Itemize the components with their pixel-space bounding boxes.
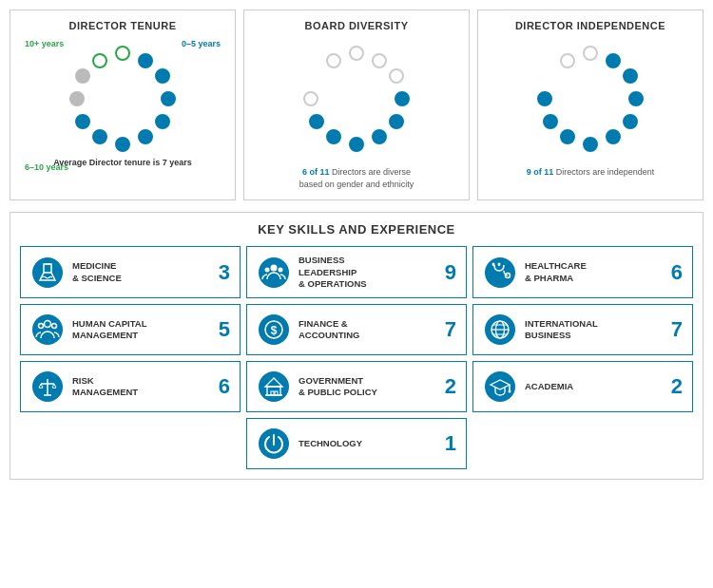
board-diversity-panel: BOARD DIVERSITY 6 of 11 Director [243,9,470,200]
tenure-dot-6 [139,130,152,143]
svg-point-12 [32,314,63,345]
healthcare-pharma-count: 6 [671,260,683,285]
tenure-label-top-right: 0–5 years [182,39,221,48]
div-dot-1 [350,47,363,60]
svg-point-4 [265,267,270,272]
diversity-highlight: 6 of 11 [302,167,330,177]
div-dot-10 [304,92,318,105]
tenure-dot-1 [116,47,129,60]
power-icon [257,427,291,461]
skill-technology: TECHNOLOGY 1 [246,418,467,469]
ind-dot-9 [544,115,557,128]
tenure-dot-10 [70,92,84,105]
ind-dot-7 [584,138,597,151]
div-dot-3 [390,69,403,83]
human-capital-label: HUMAN CAPITAL MANAGEMENT [72,318,211,342]
people-icon [257,256,291,290]
skill-empty-1 [20,418,241,469]
main-container: DIRECTOR TENURE [0,0,713,489]
skill-medicine-science: MEDICINE & SCIENCE 3 [20,246,241,298]
graduation-icon [483,370,517,404]
human-capital-count: 5 [219,317,230,342]
healthcare-pharma-label: HEALTHCARE & PHARMA [525,260,664,284]
tenure-svg [61,37,184,161]
globe-icon [483,313,517,347]
skills-section-title: KEY SKILLS AND EXPERIENCE [20,222,693,237]
business-leadership-label: BUSINESS LEADERSHIP & OPERATIONS [299,255,437,290]
tenure-label-top-left: 10+ years [25,39,64,48]
risk-management-count: 6 [219,374,230,399]
tenure-circle-chart [61,37,184,161]
ind-dot-8 [561,130,574,143]
div-dot-9 [310,115,323,128]
tenure-dot-4 [162,92,175,105]
svg-point-35 [485,371,515,402]
ind-dot-3 [624,69,637,83]
tenure-dot-2 [139,54,152,67]
ind-dot-10 [538,92,551,105]
skill-academia: ACADEMIA 2 [472,361,693,412]
ind-dot-4 [629,92,643,105]
finance-accounting-label: FINANCE & ACCOUNTING [299,318,437,342]
svg-point-10 [492,262,495,265]
tenure-dot-7 [116,138,129,151]
technology-count: 1 [445,431,456,456]
skill-finance-accounting: $ FINANCE & ACCOUNTING 7 [246,304,467,355]
svg-point-5 [279,267,283,272]
svg-point-38 [509,390,511,393]
business-leadership-count: 9 [445,260,456,285]
tenure-dot-3 [156,69,169,83]
academia-label: ACADEMIA [525,381,664,392]
finance-accounting-count: 7 [445,317,456,342]
flask-icon [30,256,65,290]
tenure-dot-8 [93,130,106,143]
independence-svg [529,37,652,161]
director-tenure-panel: DIRECTOR TENURE [10,9,236,200]
diversity-summary: 6 of 11 Directors are diversebased on ge… [254,166,459,190]
svg-point-11 [498,262,501,265]
skill-risk-management: RISK MANAGEMENT 6 [20,361,241,412]
tenure-dot-9 [76,115,89,128]
skills-grid: MEDICINE & SCIENCE 3 BUSINESS L [20,246,693,469]
skill-empty-2 [472,418,693,469]
academia-count: 2 [671,374,683,399]
international-business-label: INTERNATIONAL BUSINESS [525,318,664,342]
risk-management-label: RISK MANAGEMENT [72,375,211,399]
stethoscope-icon [483,256,517,290]
skill-international-business: INTERNATIONAL BUSINESS 7 [472,304,693,355]
skill-healthcare-pharma: HEALTHCARE & PHARMA 6 [472,246,693,298]
tenure-dot-5 [156,115,169,128]
div-dot-8 [327,130,340,143]
skill-human-capital: HUMAN CAPITAL MANAGEMENT 5 [20,304,241,355]
independence-text: Directors are independent [553,167,654,177]
government-policy-count: 2 [445,374,456,399]
diversity-circle-chart [295,37,418,161]
ind-dot-5 [624,115,637,128]
medicine-science-count: 3 [219,260,230,285]
independence-circle-chart [529,37,652,161]
scale-icon [30,370,65,404]
ind-dot-2 [607,54,620,67]
div-dot-6 [373,130,386,143]
board-diversity-title: BOARD DIVERSITY [254,20,459,31]
svg-point-6 [485,257,515,288]
ind-dot-1 [584,47,597,60]
group-icon [30,313,65,347]
tenure-dot-0 [93,54,106,67]
div-dot-2 [373,54,386,67]
tenure-dot-11 [76,69,89,83]
dollar-icon: $ [257,313,291,347]
director-independence-panel: DIRECTOR INDEPENDENCE 9 of 11 D [477,9,703,200]
div-dot-5 [390,115,403,128]
international-business-count: 7 [671,317,683,342]
bottom-section: KEY SKILLS AND EXPERIENCE MEDICINE & SCI… [10,212,703,480]
director-tenure-title: DIRECTOR TENURE [20,20,225,31]
svg-point-3 [271,264,278,271]
div-dot-7 [350,138,363,151]
independence-highlight: 9 of 11 [527,167,554,177]
skill-business-leadership: BUSINESS LEADERSHIP & OPERATIONS 9 [246,246,467,298]
ind-dot-6 [607,130,620,143]
ind-dot-0 [561,54,574,67]
government-policy-label: GOVERNMENT & PUBLIC POLICY [299,375,437,399]
diversity-svg [295,37,418,161]
